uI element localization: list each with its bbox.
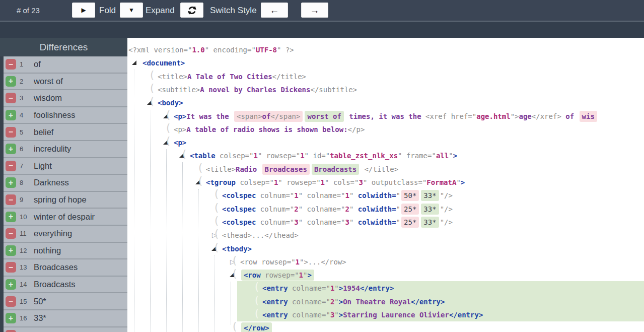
- code-token: <title>: [158, 73, 187, 81]
- code-token: <entry: [262, 298, 288, 306]
- code-line: (<entry colname="2">On Theatre Royal</en…: [262, 295, 445, 308]
- diff-label: Light: [34, 161, 52, 171]
- diff-list-item[interactable]: +4foolishness: [0, 107, 127, 123]
- previous-diff-button[interactable]: ←: [261, 3, 288, 18]
- code-token: ": [396, 218, 400, 226]
- code-token: all: [436, 152, 449, 160]
- diff-list-item[interactable]: −13Broadcases: [0, 259, 127, 276]
- code-line: (<colspec colnum="2" colname="2" colwidt…: [222, 203, 453, 216]
- toolbar: # of 23 ▶ Fold ▼ Expand Switch Style ←: [0, 0, 644, 21]
- code-token: colnum=": [256, 191, 294, 200]
- fold-arc-icon: (: [182, 148, 186, 161]
- switch-style-button[interactable]: [180, 3, 203, 18]
- diff-list-item[interactable]: −1of: [0, 56, 127, 73]
- fold-arc-icon: (: [166, 121, 170, 135]
- differences-panel: Differences −1of+2worst of−3wisdom+4fool…: [0, 38, 127, 332]
- insertion-plus-icon: +: [6, 177, 16, 188]
- diff-list-item[interactable]: +6incredulity: [0, 141, 127, 157]
- deletion-highlight: <span>of</span>: [234, 111, 303, 122]
- diff-list-item[interactable]: +10winter of despair: [0, 209, 127, 225]
- code-token: "/>: [440, 191, 453, 200]
- insertion-highlight: 33*: [421, 190, 439, 201]
- code-token: colwidth=: [358, 205, 396, 213]
- insertion-highlight: 33*: [421, 217, 439, 228]
- diff-list-item[interactable]: −1550*: [0, 293, 127, 309]
- indent-guide: [198, 189, 199, 332]
- code-token: <entry: [262, 284, 288, 292]
- code-token: <p>: [174, 112, 186, 120]
- code-token: A table of radio shows is shown below:: [186, 125, 347, 134]
- code-token: ": [456, 178, 460, 186]
- diff-list-item[interactable]: −: [0, 327, 127, 332]
- code-token: times, it was the: [345, 112, 425, 120]
- fold-arc-icon: (: [166, 108, 170, 121]
- code-token: "/>: [440, 218, 453, 226]
- diff-list-item[interactable]: −3wisdom: [0, 90, 127, 106]
- diff-list-item[interactable]: +8Darkness: [0, 175, 127, 191]
- fold-arc-icon: (: [214, 214, 219, 227]
- code-token: Radio: [236, 165, 261, 173]
- indent-guide: [134, 70, 134, 332]
- code-line: (<entry colname="1">1954</entry>: [262, 282, 394, 295]
- diff-list-item[interactable]: +14Broadcasts: [0, 277, 127, 293]
- code-token: 1: [321, 178, 325, 186]
- diff-number: 13: [20, 263, 32, 271]
- insertion-plus-icon: +: [6, 279, 16, 290]
- collapse-toggle-icon[interactable]: [132, 60, 136, 65]
- diff-list-item[interactable]: −11everything: [0, 226, 127, 242]
- refresh-icon: [187, 5, 197, 16]
- next-diff-button[interactable]: →: [301, 3, 328, 18]
- code-token: </subtitle>: [310, 86, 357, 94]
- code-token: " rowsep=": [258, 152, 300, 160]
- diff-label: Broadcases: [34, 262, 78, 272]
- code-token: colname=": [288, 284, 330, 292]
- diff-number: 8: [20, 179, 32, 186]
- deletion-highlight: 50*: [401, 190, 419, 201]
- expand-button[interactable]: ▼: [120, 3, 143, 18]
- code-token: </p>: [348, 125, 365, 134]
- diff-list-item[interactable]: −9spring of hope: [0, 192, 127, 208]
- code-token: ": [449, 152, 453, 160]
- code-token: 1: [299, 271, 303, 279]
- xml-diff-app: # of 23 ▶ Fold ▼ Expand Switch Style ←: [0, 0, 644, 332]
- code-token: [360, 165, 364, 173]
- code-token: <row: [244, 271, 261, 279]
- diff-list-item[interactable]: +2worst of: [0, 74, 127, 90]
- code-token: rowsep=": [261, 271, 299, 279]
- diff-list-item[interactable]: +1633*: [0, 310, 127, 326]
- diff-list-item[interactable]: +12nothing: [0, 243, 127, 259]
- diff-label: spring of hope: [34, 195, 87, 205]
- diff-number: 14: [20, 281, 32, 288]
- code-token: >: [307, 271, 311, 279]
- differences-list: −1of+2worst of−3wisdom+4foolishness−5bel…: [0, 56, 127, 332]
- code-line: (<row rowsep="1">: [240, 269, 315, 282]
- diff-number: 2: [20, 78, 32, 85]
- diff-list-item[interactable]: −5belief: [0, 124, 127, 140]
- code-token: ": [349, 205, 358, 213]
- code-token: <body>: [158, 99, 183, 107]
- code-line: (<table colsep="1" rowsep="1" id="table_…: [190, 149, 457, 162]
- code-token: </row>: [244, 324, 269, 332]
- deletion-minus-icon: −: [6, 228, 16, 239]
- diff-list-item[interactable]: −7Light: [0, 158, 127, 174]
- fold-arc-icon: (: [198, 161, 202, 174]
- code-token: <colspec: [222, 191, 256, 200]
- code-token: 33*: [423, 205, 436, 213]
- code-token: colsep=": [236, 178, 274, 186]
- code-token: 25*: [404, 218, 416, 226]
- diff-label: foolishness: [34, 110, 76, 120]
- fold-button[interactable]: ▶: [72, 3, 95, 18]
- deletion-minus-icon: −: [6, 127, 16, 138]
- deletion-minus-icon: −: [6, 296, 16, 307]
- deletion-minus-icon: −: [6, 93, 16, 103]
- fold-arc-icon: (: [233, 254, 237, 267]
- fold-triangle-icon: ▶: [81, 7, 86, 13]
- diff-number: 15: [20, 298, 32, 305]
- diff-label: everything: [34, 229, 72, 238]
- diff-number: 10: [20, 213, 32, 221]
- code-token: >: [339, 284, 343, 292]
- code-token: table_zst_nlk_xs: [330, 152, 398, 160]
- sidebar-left-strip: [0, 56, 4, 332]
- diff-label: winter of despair: [34, 212, 95, 222]
- code-token: " encoding=": [205, 46, 256, 54]
